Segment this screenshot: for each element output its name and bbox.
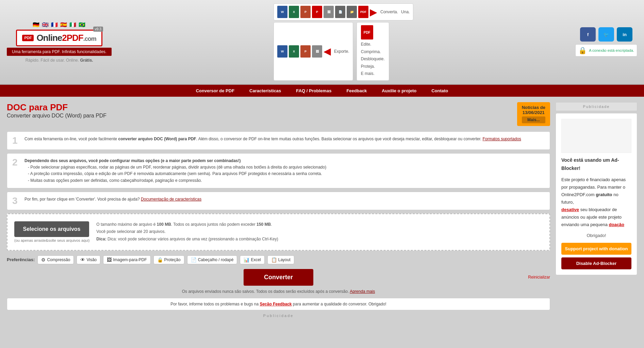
word-icon: W [277, 6, 287, 18]
donate-link[interactable]: doação [609, 222, 625, 227]
page-subtitle: Converter arquivo DOC (Word) para PDF [7, 113, 106, 119]
misc-icon: 📄 [335, 6, 345, 18]
convert-area: Converter Reinicializar [7, 269, 550, 286]
pref-protecao[interactable]: 🔒Proteção [153, 255, 184, 264]
nav-feedback[interactable]: Feedback [339, 85, 374, 97]
news-label: Notícias de [522, 105, 545, 110]
side-text: Edite. Comprima. Desbloqueie. Proteja. E… [361, 41, 385, 78]
flag-de[interactable]: 🇩🇪 [33, 21, 40, 27]
learn-more-link[interactable]: Aprenda mais [350, 289, 375, 294]
page-title-text: DOC para PDF Converter arquivo DOC (Word… [7, 102, 106, 119]
feedback-notice: Por favor, informe todos os problemas e … [7, 298, 550, 310]
news-more: Mais... [522, 116, 545, 123]
disable-link[interactable]: desative [561, 207, 579, 212]
ad-space [561, 119, 631, 153]
step-1: 1 Com esta ferramenta on-line, você pode… [7, 131, 550, 150]
convert-button[interactable]: Converter [244, 269, 313, 286]
page-title: DOC para PDF [7, 102, 106, 113]
step1-mid: . Além disso, o conversor de PDF on-line… [196, 137, 481, 141]
sidebar: Publicidade Você está usando um Ad-Block… [556, 102, 637, 320]
upload-tip: Dica: Dica: você pode selecionar vários … [96, 236, 278, 243]
flag-fr[interactable]: 🇫🇷 [51, 21, 59, 27]
pref-excel[interactable]: 📊Excel [240, 255, 264, 264]
social-icons: f 🐦 in [580, 27, 632, 42]
word-icon2: W [277, 45, 287, 58]
step2-bullet-2: A proteção contra impressão, cópia e edi… [28, 171, 326, 177]
select-files-button[interactable]: Selecione os arquivos [14, 221, 89, 237]
bottom-notice: Os arquivos enviados nunca são salvos. T… [7, 289, 550, 294]
unlock-label: Desbloqueie. [361, 57, 385, 61]
feedback-link[interactable]: Seção Feedback [260, 302, 292, 306]
pdf-center-icon: PDF [361, 25, 373, 39]
upload-info-1: O tamanho máximo de arquivo é 100 MB. To… [96, 221, 278, 228]
main-nav: Conversor de PDF Características FAQ / P… [0, 85, 644, 97]
nav-contato[interactable]: Contato [424, 85, 456, 97]
flag-it[interactable]: 🇮🇹 [69, 21, 77, 27]
facebook-button[interactable]: f [580, 27, 596, 42]
arrow-right: ▶ [370, 6, 377, 18]
step-1-content: Com esta ferramenta on-line, você pode f… [24, 136, 521, 142]
pref-visao[interactable]: 👁Visão [77, 255, 100, 264]
docs-link[interactable]: Documentação de características [141, 197, 201, 202]
pref-imagem-pdf[interactable]: 🖼Imagem-para-PDF [103, 255, 150, 264]
linkedin-button[interactable]: in [617, 27, 632, 42]
convert-row: W X P P 🖼 📄 📁 PDF ▶ Converta. Una. [274, 3, 413, 20]
reset-link[interactable]: Reinicializar [528, 275, 550, 280]
step2-bullet-3: Muitas outras opções podem ser definidas… [28, 177, 326, 184]
sidebar-pub-label: Publicidade [556, 102, 637, 111]
header-right: f 🐦 in 🔒 A conexão está encriptada. [575, 27, 637, 57]
lock-icon: 🔒 [578, 46, 587, 54]
more-label: E mais. [361, 71, 375, 76]
step1-text-start: Com esta ferramenta on-line, você pode f… [24, 137, 118, 141]
nav-caracteristicas[interactable]: Características [242, 85, 288, 97]
publicidade-bottom-label: Publicidade [7, 314, 550, 318]
gratis-text: Grátis. [80, 58, 93, 63]
nav-conversor[interactable]: Conversor de PDF [188, 85, 242, 97]
step-num-1: 1 [12, 136, 20, 145]
edit-label: Edite. [361, 42, 371, 47]
misc-icon2: 📁 [347, 6, 357, 18]
excel-icon2: X [289, 45, 299, 58]
logo-box[interactable]: v9.3 PDF Online2PDF.com [16, 30, 102, 46]
flag-br[interactable]: 🇧🇷 [79, 21, 86, 27]
upload-area: Selecione os arquivos (ou apenas arraste… [7, 213, 550, 251]
upload-btn-area: Selecione os arquivos (ou apenas arraste… [14, 221, 89, 242]
img-icon2: 🖼 [312, 45, 322, 58]
step-num-2: 2 [12, 158, 20, 167]
logo-text: Online2PDF.com [36, 33, 96, 43]
nav-auxilie[interactable]: Auxilie o projeto [374, 85, 424, 97]
feedback-text: Por favor, informe todos os problemas e … [170, 302, 259, 306]
secure-text: A conexão está encriptada. [589, 48, 634, 52]
header-center: W X P P 🖼 📄 📁 PDF ▶ Converta. Una. W X P… [274, 3, 413, 81]
adblocker-title: Você está usando um Ad-Blocker! [561, 156, 631, 173]
ppt-icon2: P [300, 45, 311, 58]
step2-bullets: Pode selecionar páginas específicas, rod… [24, 164, 326, 184]
formats-link[interactable]: Formatos suportados [482, 137, 521, 141]
protect-label: Proteja. [361, 64, 375, 69]
upload-info: O tamanho máximo de arquivo é 100 MB. To… [96, 221, 278, 243]
pref-cabecalho[interactable]: 📄Cabeçalho / rodapé [187, 255, 237, 264]
secure-badge: 🔒 A conexão está encriptada. [575, 44, 637, 57]
pref-layout[interactable]: 📋Layout [267, 255, 294, 264]
compress-label: Comprima. [361, 49, 381, 54]
flag-gb[interactable]: 🇬🇧 [42, 21, 49, 27]
excel-icon: X [289, 6, 299, 18]
logo-tagline: Uma ferramenta para PDF. Infinitas funci… [7, 48, 112, 56]
step1-bold: converter arquivo DOC (Word) para PDF [118, 137, 196, 141]
step-3: 3 Por fim, por favor clique em 'Converte… [7, 192, 550, 210]
language-flags: 🇩🇪 🇬🇧 🇫🇷 🇪🇸 🇮🇹 🇧🇷 [33, 21, 86, 27]
page-title-area: DOC para PDF Converter arquivo DOC (Word… [7, 102, 550, 126]
disable-adblocker-button[interactable]: Disable Ad-Blocker [561, 257, 631, 269]
export-label: Exporte. [334, 49, 349, 54]
ppt-icon: P [300, 6, 311, 18]
header-left: 🇩🇪 🇬🇧 🇫🇷 🇪🇸 🇮🇹 🇧🇷 v9.3 PDF Online2PDF.co… [7, 21, 112, 63]
step-num-3: 3 [12, 196, 20, 206]
flag-es[interactable]: 🇪🇸 [60, 21, 68, 27]
pdf-icon3: PDF [358, 6, 368, 18]
news-badge[interactable]: Notícias de 13/06/2021 Mais... [517, 102, 550, 126]
twitter-button[interactable]: 🐦 [598, 27, 614, 42]
nav-faq[interactable]: FAQ / Problemas [288, 85, 339, 97]
version-badge: v9.3 [93, 27, 103, 32]
support-donation-button[interactable]: Support project with donation [561, 243, 631, 255]
pref-compressao[interactable]: ⚙Compressão [37, 255, 74, 264]
